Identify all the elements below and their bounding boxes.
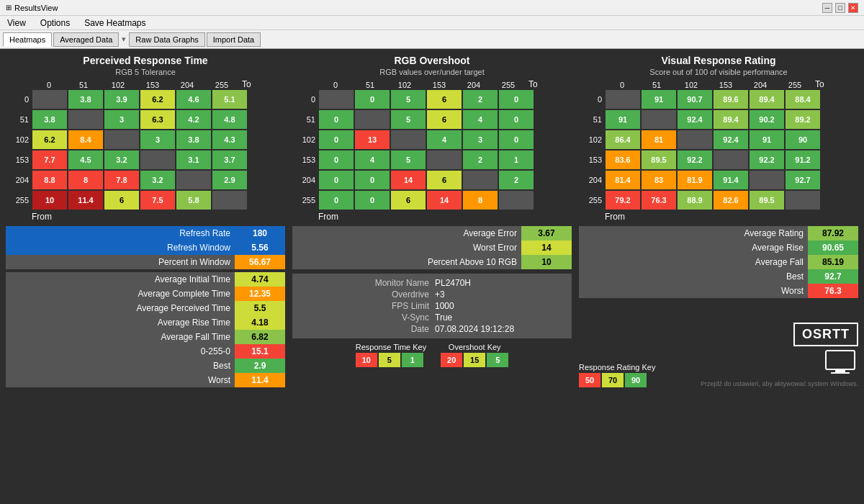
os-subtitle: RGB values over/under target [292, 68, 572, 76]
prt-cell-5-0: 10 [32, 191, 67, 210]
overdrive-label: Overdrive [298, 289, 435, 300]
date-label: Date [298, 324, 435, 334]
prt-from-label: From [32, 212, 285, 222]
svg-rect-0 [826, 351, 855, 369]
visual-response-rating-panel: Visual Response Rating Score out of 100 … [579, 55, 858, 222]
prt-cell-4-4 [176, 171, 211, 189]
overshoot-key-title: Overshoot Key [441, 343, 508, 351]
menu-options[interactable]: Options [37, 18, 73, 28]
tab-heatmaps[interactable]: Heatmaps [3, 32, 52, 47]
prt-row-204: 204 8.8 8 7.8 3.2 2.9 [6, 170, 285, 190]
prt-cell-5-3: 7.5 [140, 191, 175, 210]
tab-separator: ▾ [120, 35, 127, 44]
refresh-rate-row: Refresh Rate 180 [6, 226, 285, 240]
prt-title: Perceived Response Time [6, 55, 285, 66]
vsync-value: True [435, 312, 566, 323]
osrtt-logo: OSRTT [793, 323, 858, 346]
monitor-name-value: PL2470H [435, 278, 566, 288]
prt-row-0: 0 3.8 3.9 6.2 4.6 5.1 [6, 89, 285, 109]
title-bar: ⊞ ResultsView ─ □ ✕ [0, 0, 864, 16]
prt-cell-1-1 [68, 110, 103, 129]
rating-key: Response Rating Key 50 70 90 [579, 363, 655, 387]
os-title: RGB Overshoot [292, 55, 572, 66]
vrr-title: Visual Response Rating [579, 55, 858, 66]
vrr-heatmap: 0 51 102 153 204 255 To 0 91 90.7 [579, 79, 858, 222]
prt-col-204: 204 [170, 81, 204, 89]
prt-row-153: 153 7.7 4.5 3.2 3.1 3.7 [6, 150, 285, 170]
percent-in-window-label: Percent in Window [6, 255, 235, 269]
fps-limit-value: 1000 [435, 301, 566, 311]
perceived-response-time-panel: Perceived Response Time RGB 5 Tolerance … [6, 55, 285, 222]
middle-stats-panel: Average Error 3.67 Worst Error 14 Percen… [292, 226, 572, 387]
minimize-button[interactable]: ─ [822, 3, 832, 13]
tab-import-data[interactable]: Import Data [207, 32, 261, 47]
prt-cell-0-3: 6.2 [140, 90, 175, 109]
prt-cell-3-0: 7.7 [32, 150, 67, 169]
prt-cell-5-2: 6 [104, 191, 139, 210]
prt-cell-2-5: 4.3 [212, 130, 247, 149]
overshoot-key: Overshoot Key 20 15 5 [441, 343, 508, 367]
prt-cell-1-4: 4.2 [176, 110, 211, 129]
refresh-window-row: Refresh Window 5.56 [6, 240, 285, 255]
window-title: ResultsView [14, 4, 58, 12]
tab-raw-data-graphs[interactable]: Raw Data Graphs [129, 32, 204, 47]
maximize-button[interactable]: □ [835, 3, 845, 13]
response-key-boxes: 10 5 1 [356, 353, 426, 367]
response-key-title: Response Time Key [356, 343, 426, 351]
rgb-overshoot-panel: RGB Overshoot RGB values over/under targ… [292, 55, 572, 222]
prt-cell-2-0: 6.2 [32, 130, 67, 149]
prt-col-0: 0 [32, 81, 66, 89]
svg-rect-1 [835, 369, 845, 372]
vrr-subtitle: Score out of 100 of visible performance [579, 68, 858, 76]
prt-cell-1-5: 4.8 [212, 110, 247, 129]
prt-cell-4-5: 2.9 [212, 171, 247, 189]
prt-heatmap: 0 51 102 153 204 255 To 0 3.8 [6, 79, 285, 222]
prt-cell-4-2: 7.8 [104, 171, 139, 189]
prt-cell-2-2 [104, 130, 139, 149]
close-button[interactable]: ✕ [848, 3, 858, 13]
refresh-rate-value: 180 [235, 226, 285, 240]
prt-cell-3-3 [140, 150, 175, 169]
overshoot-key-boxes: 20 15 5 [441, 353, 508, 367]
prt-cell-2-1: 8.4 [68, 130, 103, 149]
overdrive-value: +3 [435, 289, 566, 300]
prt-col-102: 102 [101, 81, 135, 89]
menu-save-heatmaps[interactable]: Save Heatmaps [81, 18, 148, 28]
prt-row-51: 51 3.8 3 6.3 4.2 4.8 [6, 109, 285, 130]
tab-averaged-data[interactable]: Averaged Data [53, 32, 119, 47]
monitor-icon [822, 349, 858, 375]
monitor-name-label: Monitor Name [298, 278, 435, 288]
os-from-label: From [318, 212, 572, 222]
rating-key-boxes: 50 70 90 [579, 373, 655, 387]
prt-cell-3-2: 3.2 [104, 150, 139, 169]
prt-to-label: To [242, 79, 251, 89]
prt-cell-0-2: 3.9 [104, 90, 139, 109]
toolbar: Heatmaps Averaged Data ▾ Raw Data Graphs… [0, 30, 864, 49]
prt-cell-3-4: 3.1 [176, 150, 211, 169]
menu-view[interactable]: View [4, 18, 29, 28]
heatmaps-row: Perceived Response Time RGB 5 Tolerance … [6, 55, 858, 222]
prt-cell-2-4: 3.8 [176, 130, 211, 149]
prt-row-102: 102 6.2 8.4 3 3.8 4.3 [6, 130, 285, 150]
prt-cell-0-5: 5.1 [212, 90, 247, 109]
prt-cell-3-1: 4.5 [68, 150, 103, 169]
prt-cell-1-2: 3 [104, 110, 139, 129]
prt-col-153: 153 [135, 81, 170, 89]
prt-cell-0-4: 4.6 [176, 90, 211, 109]
os-to-label: To [528, 79, 538, 89]
percent-in-window-row: Percent in Window 56.67 [6, 255, 285, 269]
vrr-to-label: To [815, 79, 824, 89]
prt-subtitle: RGB 5 Tolerance [6, 68, 285, 76]
prt-cell-1-0: 3.8 [32, 110, 67, 129]
svg-rect-2 [831, 372, 850, 374]
prt-cell-5-5 [212, 191, 247, 210]
prt-row-255: 255 10 11.4 6 7.5 5.8 [6, 190, 285, 210]
prt-col-51: 51 [66, 81, 101, 89]
vrr-from-label: From [605, 212, 858, 222]
rating-key-title: Response Rating Key [579, 363, 655, 372]
menu-bar: View Options Save Heatmaps [0, 16, 864, 30]
left-stats-panel: Refresh Rate 180 Refresh Window 5.56 Per… [6, 226, 285, 387]
date-value: 07.08.2024 19:12:28 [435, 324, 566, 334]
prt-cell-0-1: 3.8 [68, 90, 103, 109]
vsync-label: V-Sync [298, 312, 435, 323]
